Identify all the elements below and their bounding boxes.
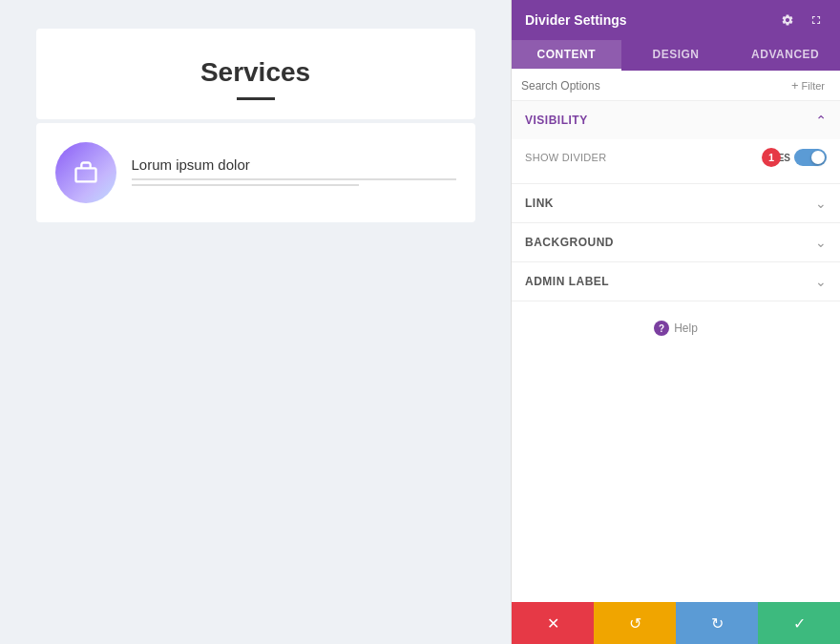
show-divider-row: Show Divider 1 YES	[525, 149, 827, 166]
background-chevron-icon: ⌄	[815, 235, 827, 250]
link-chevron-icon: ⌄	[815, 196, 827, 211]
tab-advanced[interactable]: Advanced	[730, 40, 840, 71]
number-badge: 1	[762, 148, 781, 167]
admin-label-chevron-icon: ⌄	[815, 274, 827, 289]
visibility-body: Show Divider 1 YES	[512, 139, 840, 183]
help-label: Help	[674, 322, 698, 335]
service-item-card: Lorum ipsum dolor	[36, 123, 475, 222]
settings-tabs: Content Design Advanced	[512, 40, 840, 71]
service-text: Lorum ipsum dolor	[132, 156, 456, 190]
link-title: Link	[525, 197, 554, 210]
tab-content[interactable]: Content	[512, 40, 621, 71]
visibility-title: Visibility	[525, 114, 588, 127]
briefcase-icon	[73, 159, 99, 186]
filter-label: Filter	[802, 80, 825, 92]
settings-header: Divider Settings	[512, 0, 840, 40]
accordion-visibility: Visibility ⌄ Show Divider 1 YES	[512, 101, 840, 184]
service-text-line-2	[132, 184, 359, 186]
settings-header-icons	[777, 10, 827, 31]
services-card: Services	[36, 29, 475, 119]
accordion-admin-label-header[interactable]: Admin Label ⌄	[512, 262, 840, 301]
accordion-visibility-header[interactable]: Visibility ⌄	[512, 101, 840, 139]
background-title: Background	[525, 236, 614, 249]
filter-button[interactable]: + Filter	[786, 76, 830, 94]
show-divider-toggle[interactable]	[794, 149, 827, 166]
admin-label-title: Admin Label	[525, 275, 609, 288]
accordion-admin-label: Admin Label ⌄	[512, 262, 840, 301]
filter-plus-icon: +	[791, 78, 799, 93]
search-input[interactable]	[521, 79, 786, 93]
settings-icon-button[interactable]	[777, 10, 798, 31]
services-title: Services	[200, 57, 310, 88]
service-icon-circle	[55, 142, 116, 203]
undo-button[interactable]: ↺	[594, 602, 676, 644]
settings-panel-title: Divider Settings	[525, 12, 627, 28]
toggle-container: 1 YES	[771, 149, 827, 166]
settings-content: Visibility ⌄ Show Divider 1 YES	[512, 101, 840, 602]
help-link[interactable]: ? Help	[654, 321, 698, 336]
settings-panel: Divider Settings Content Design Advanced…	[511, 0, 840, 644]
cancel-button[interactable]: ✕	[512, 602, 594, 644]
save-button[interactable]: ✓	[758, 602, 840, 644]
visibility-chevron-icon: ⌄	[815, 113, 827, 128]
accordion-link: Link ⌄	[512, 184, 840, 223]
help-icon: ?	[654, 321, 669, 336]
service-text-line	[132, 178, 456, 180]
action-bar: ✕ ↺ ↻ ✓	[512, 602, 840, 644]
fullscreen-icon	[809, 13, 823, 27]
settings-gear-icon	[781, 13, 794, 27]
tab-design[interactable]: Design	[621, 40, 731, 71]
show-divider-label: Show Divider	[525, 152, 607, 163]
services-divider	[237, 97, 275, 100]
service-text-title: Lorum ipsum dolor	[132, 156, 456, 173]
accordion-background-header[interactable]: Background ⌄	[512, 223, 840, 261]
preview-panel: Services Lorum ipsum dolor	[0, 0, 511, 644]
fullscreen-button[interactable]	[806, 10, 827, 31]
search-bar: + Filter	[512, 71, 840, 101]
accordion-link-header[interactable]: Link ⌄	[512, 184, 840, 222]
accordion-background: Background ⌄	[512, 223, 840, 262]
redo-button[interactable]: ↻	[676, 602, 758, 644]
help-section: ? Help	[512, 301, 840, 355]
